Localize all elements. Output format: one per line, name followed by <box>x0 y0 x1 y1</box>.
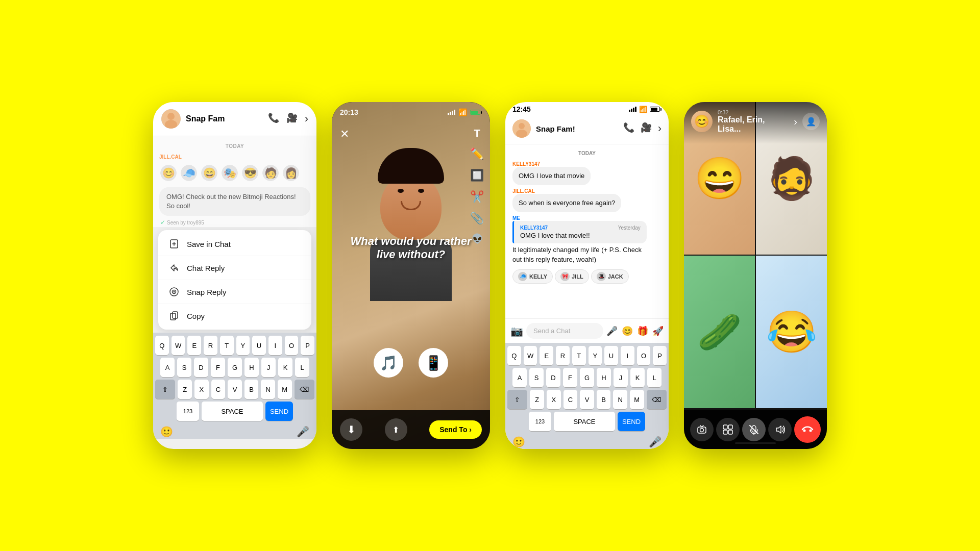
key-l[interactable]: L <box>647 368 662 387</box>
sticker-tool[interactable]: 🔲 <box>470 169 484 182</box>
call-icon[interactable]: 📞 <box>268 112 279 126</box>
copy-item[interactable]: Copy <box>158 304 311 328</box>
flip-camera-button[interactable] <box>690 418 714 441</box>
key-r[interactable]: R <box>204 336 217 355</box>
key-space[interactable]: space <box>554 412 615 431</box>
snap-reply-item[interactable]: Snap Reply <box>158 280 311 304</box>
key-q[interactable]: Q <box>507 346 521 365</box>
mic-icon[interactable]: 🎤 <box>606 325 618 337</box>
key-r[interactable]: R <box>556 346 570 365</box>
video-icon[interactable]: 🎥 <box>641 122 652 135</box>
key-p[interactable]: P <box>301 336 314 355</box>
key-o[interactable]: O <box>637 346 651 365</box>
key-k[interactable]: K <box>278 358 292 377</box>
chat-reply-item[interactable]: Chat Reply <box>158 256 311 280</box>
reaction-kelly[interactable]: 🧢 KELLY <box>512 269 553 284</box>
close-button[interactable]: ✕ <box>340 128 349 141</box>
key-l[interactable]: L <box>295 358 309 377</box>
key-i[interactable]: I <box>621 346 634 365</box>
key-y[interactable]: Y <box>236 336 250 355</box>
key-e[interactable]: E <box>540 346 553 365</box>
key-n[interactable]: N <box>613 390 627 409</box>
call-icon[interactable]: 📞 <box>623 122 634 135</box>
key-j[interactable]: J <box>614 368 628 387</box>
camera-button[interactable]: 📷 <box>510 325 523 337</box>
draw-tool[interactable]: ✏️ <box>470 147 484 161</box>
reaction-jack[interactable]: 🎩 JACK <box>591 269 629 284</box>
key-a[interactable]: A <box>512 368 527 387</box>
key-n[interactable]: N <box>261 380 275 399</box>
key-delete[interactable]: ⌫ <box>295 380 314 399</box>
key-e[interactable]: E <box>187 336 201 355</box>
key-c[interactable]: C <box>564 390 578 409</box>
key-space[interactable]: space <box>202 402 263 421</box>
key-v[interactable]: V <box>580 390 594 409</box>
key-a[interactable]: A <box>160 358 175 377</box>
message-input[interactable]: Send a Chat <box>526 323 603 339</box>
switch-view-button[interactable] <box>716 418 740 441</box>
key-i[interactable]: I <box>268 336 282 355</box>
key-t[interactable]: T <box>572 346 586 365</box>
key-v[interactable]: V <box>228 380 242 399</box>
key-d[interactable]: D <box>546 368 560 387</box>
face-tool[interactable]: 👽 <box>470 233 484 244</box>
key-y[interactable]: Y <box>589 346 602 365</box>
key-f[interactable]: F <box>563 368 577 387</box>
send-button[interactable]: Send <box>265 402 293 421</box>
key-delete[interactable]: ⌫ <box>647 390 667 409</box>
share-button[interactable]: ⬆ <box>385 418 407 441</box>
sticker-icon[interactable]: 🎁 <box>637 325 648 337</box>
link-tool[interactable]: 📎 <box>470 212 484 225</box>
dictation-icon[interactable]: 🎤 <box>649 436 662 448</box>
key-x[interactable]: X <box>194 380 209 399</box>
dictation-icon[interactable]: 🎤 <box>297 425 309 438</box>
key-s[interactable]: S <box>177 358 191 377</box>
key-k[interactable]: K <box>630 368 645 387</box>
key-123[interactable]: 123 <box>529 412 551 431</box>
choice-music[interactable]: 🎵 <box>374 348 403 378</box>
key-d[interactable]: D <box>194 358 208 377</box>
mute-button[interactable] <box>742 418 766 441</box>
key-z[interactable]: Z <box>530 390 544 409</box>
key-shift[interactable]: ⇧ <box>507 390 527 409</box>
key-z[interactable]: Z <box>178 380 192 399</box>
key-b[interactable]: B <box>597 390 611 409</box>
key-p[interactable]: P <box>653 346 667 365</box>
choice-phone[interactable]: 📱 <box>419 348 448 378</box>
emoji-icon[interactable]: 😊 <box>622 325 633 337</box>
attachment-icon[interactable]: 🚀 <box>652 325 664 337</box>
emoji-icon[interactable]: 🙂 <box>160 425 173 438</box>
more-icon[interactable]: › <box>305 112 308 126</box>
key-b[interactable]: B <box>244 380 259 399</box>
key-f[interactable]: F <box>211 358 225 377</box>
key-x[interactable]: X <box>547 390 561 409</box>
scissors-tool[interactable]: ✂️ <box>470 190 484 204</box>
key-u[interactable]: U <box>604 346 618 365</box>
key-g[interactable]: G <box>580 368 594 387</box>
text-tool[interactable]: T <box>470 128 484 139</box>
reaction-jill[interactable]: 🎀 JILL <box>555 269 589 284</box>
key-m[interactable]: M <box>630 390 644 409</box>
key-t[interactable]: T <box>220 336 234 355</box>
key-u[interactable]: U <box>252 336 266 355</box>
key-g[interactable]: G <box>228 358 242 377</box>
key-w[interactable]: W <box>172 336 185 355</box>
key-h[interactable]: H <box>244 358 259 377</box>
key-j[interactable]: J <box>261 358 276 377</box>
more-icon[interactable]: › <box>658 122 662 135</box>
key-q[interactable]: Q <box>155 336 169 355</box>
key-s[interactable]: S <box>529 368 544 387</box>
download-button[interactable]: ⬇ <box>340 418 362 441</box>
end-call-button[interactable] <box>794 416 821 443</box>
key-w[interactable]: W <box>524 346 537 365</box>
key-o[interactable]: O <box>285 336 299 355</box>
key-h[interactable]: H <box>597 368 611 387</box>
key-m[interactable]: M <box>278 380 292 399</box>
speaker-button[interactable] <box>768 418 792 441</box>
key-c[interactable]: C <box>211 380 226 399</box>
video-icon[interactable]: 🎥 <box>286 112 298 126</box>
save-in-chat-item[interactable]: Save in Chat <box>158 232 311 256</box>
key-123[interactable]: 123 <box>177 402 199 421</box>
profile-button[interactable]: 👤 <box>802 113 820 130</box>
emoji-icon[interactable]: 🙂 <box>512 436 525 448</box>
